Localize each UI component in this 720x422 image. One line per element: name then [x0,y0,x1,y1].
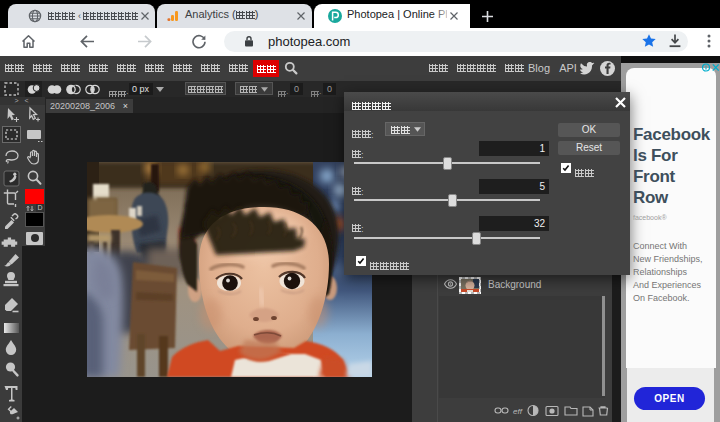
svg-text:eff: eff [513,407,523,416]
